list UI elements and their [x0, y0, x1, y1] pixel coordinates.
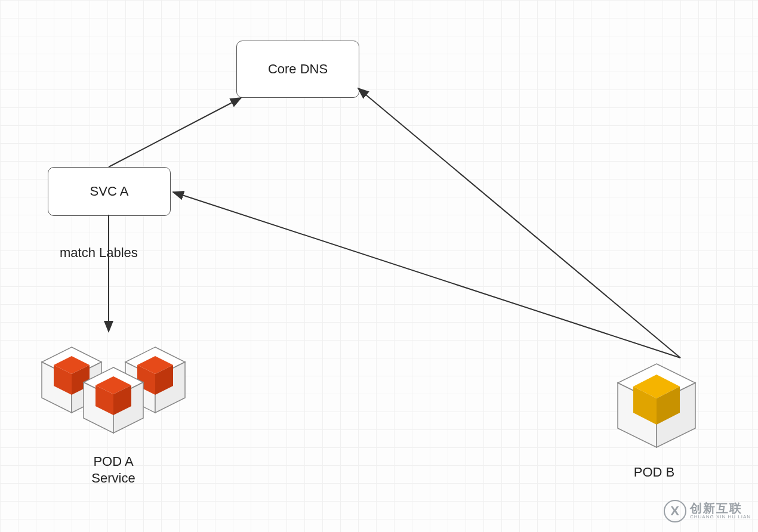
- watermark-logo-text: X: [670, 503, 680, 519]
- pod-a-label: POD A Service: [66, 453, 161, 486]
- node-svc-a-label: SVC A: [90, 184, 129, 199]
- pod-b-label: POD B: [618, 464, 690, 481]
- node-svc-a: SVC A: [48, 167, 171, 216]
- watermark-line2: CHUANG XIN HU LIAN: [690, 515, 751, 519]
- arrow-svc-to-coredns: [109, 98, 241, 167]
- watermark-logo-icon: X: [664, 500, 686, 522]
- diagram-canvas: { "nodes": { "core_dns": { "label": "Cor…: [0, 0, 758, 532]
- node-core-dns: Core DNS: [236, 41, 359, 98]
- watermark-line1: 创新互联: [690, 502, 751, 515]
- watermark: X 创新互联 CHUANG XIN HU LIAN: [664, 500, 751, 522]
- edge-label-match-lables: match Lables: [60, 245, 161, 261]
- arrow-podb-to-coredns: [358, 88, 680, 358]
- pod-a-cubes: [36, 334, 191, 453]
- arrow-podb-to-svca: [173, 192, 680, 358]
- node-core-dns-label: Core DNS: [268, 61, 328, 77]
- pod-b-cube: [609, 358, 704, 459]
